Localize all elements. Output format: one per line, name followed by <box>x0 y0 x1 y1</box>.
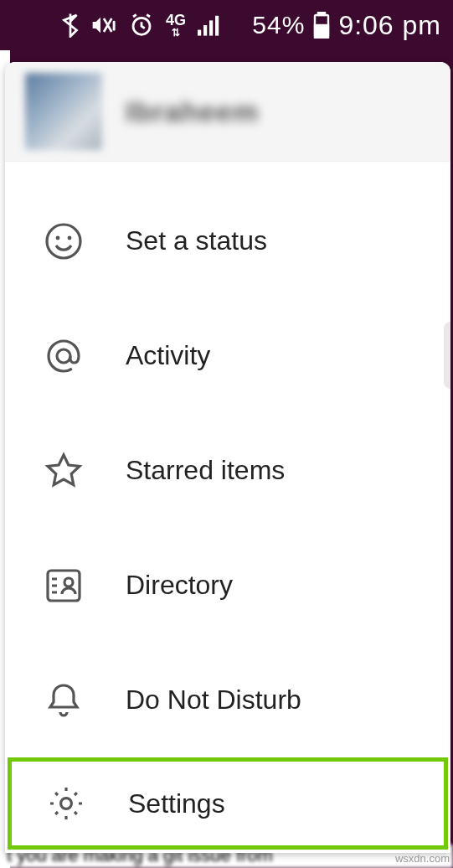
bell-icon <box>44 680 84 721</box>
svg-rect-4 <box>209 20 213 35</box>
battery-percentage: 54% <box>252 11 305 39</box>
menu-label: Directory <box>126 570 233 601</box>
menu-label: Settings <box>128 788 225 819</box>
navigation-drawer: Ibraheem Set a status Activity Starred i… <box>5 62 450 853</box>
menu-list: Set a status Activity Starred items Dire… <box>5 162 450 853</box>
bluetooth-icon <box>62 13 79 38</box>
directory-icon <box>44 566 84 606</box>
star-icon <box>44 451 84 491</box>
svg-rect-5 <box>215 16 219 36</box>
menu-label: Activity <box>126 340 210 371</box>
svg-point-10 <box>56 235 60 240</box>
status-bar: 4G ⇅ 54% 9:06 pm <box>0 0 453 50</box>
menu-item-set-status[interactable]: Set a status <box>5 183 450 298</box>
svg-point-11 <box>68 235 72 240</box>
svg-rect-0 <box>113 21 116 31</box>
svg-rect-8 <box>315 25 328 38</box>
menu-label: Starred items <box>126 455 285 486</box>
menu-label: Set a status <box>126 225 267 256</box>
menu-item-dnd[interactable]: Do Not Disturb <box>5 643 450 757</box>
menu-label: Do Not Disturb <box>126 685 301 716</box>
avatar <box>25 73 102 150</box>
svg-point-15 <box>61 798 72 809</box>
network-4g-icon: 4G ⇅ <box>166 13 186 38</box>
smile-icon <box>44 221 84 261</box>
svg-point-12 <box>57 349 70 363</box>
svg-rect-3 <box>203 25 207 36</box>
mute-vibrate-icon <box>90 13 117 38</box>
svg-point-14 <box>64 578 73 586</box>
at-icon <box>44 336 84 376</box>
svg-rect-7 <box>318 12 325 15</box>
clock-time: 9:06 pm <box>338 10 441 41</box>
username: Ibraheem <box>126 96 259 128</box>
menu-item-starred[interactable]: Starred items <box>5 413 450 528</box>
gear-icon <box>46 783 86 824</box>
menu-item-directory[interactable]: Directory <box>5 528 450 643</box>
menu-item-activity[interactable]: Activity <box>5 298 450 413</box>
scroll-indicator <box>444 322 450 389</box>
svg-rect-2 <box>198 30 201 36</box>
watermark: wsxdn.com <box>395 852 450 865</box>
menu-item-settings[interactable]: Settings <box>8 757 448 850</box>
alarm-icon <box>129 13 154 38</box>
battery-icon <box>313 12 330 39</box>
svg-point-9 <box>47 225 80 258</box>
signal-icon <box>198 14 221 36</box>
profile-header[interactable]: Ibraheem <box>5 62 450 162</box>
